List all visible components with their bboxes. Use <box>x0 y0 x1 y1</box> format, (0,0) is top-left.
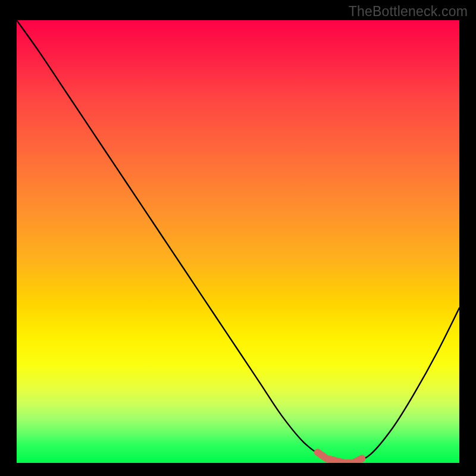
bottleneck-curve <box>17 20 459 463</box>
curve-svg <box>17 20 459 463</box>
accent-segment <box>318 452 362 463</box>
chart-stage: TheBottleneck.com <box>0 0 476 476</box>
watermark-text: TheBottleneck.com <box>349 4 468 20</box>
plot-area <box>17 20 459 463</box>
